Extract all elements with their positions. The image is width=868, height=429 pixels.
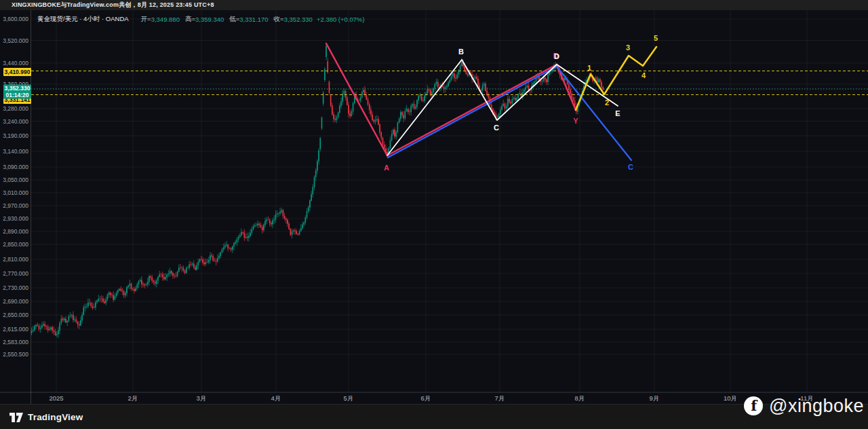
close-label: 收=: [274, 15, 284, 24]
wave-label-3[interactable]: 3: [626, 44, 630, 52]
price-tick: 2,583.000: [0, 339, 28, 346]
price-level-label[interactable]: 3,410.990: [3, 68, 31, 76]
price-tick: 3,140.000: [0, 148, 28, 155]
open-label: 开=: [141, 15, 151, 24]
price-tick: 2,550.500: [0, 351, 28, 358]
price-tick: 2,770.000: [0, 270, 28, 277]
low-label: 低=: [229, 15, 239, 24]
time-tick: 8月: [575, 394, 585, 403]
low-value: 3,331.170: [239, 16, 268, 23]
high-label: 高=: [185, 15, 195, 24]
price-tick: 2,930.000: [0, 215, 28, 222]
price-tick: 3,010.000: [0, 189, 28, 196]
wave-label-c[interactable]: C: [628, 164, 633, 171]
price-tick: 3,050.000: [0, 176, 28, 183]
price-tick: 3,520.000: [0, 37, 28, 44]
price-tick: 2,730.000: [0, 284, 28, 291]
cobranding-bar: XINGXINGBOKE与TradingView.com共创，8月 12, 20…: [0, 0, 868, 10]
tradingview-logo[interactable]: TradingView: [9, 412, 83, 422]
tradingview-logo-text: TradingView: [28, 412, 83, 422]
price-tick: 3,280.000: [0, 105, 28, 112]
wave-label-c[interactable]: C: [494, 124, 499, 132]
bar-countdown: 01:14:20: [3, 92, 31, 98]
facebook-icon: f: [744, 396, 763, 415]
time-tick: 3月: [197, 394, 207, 403]
symbol-legend[interactable]: 黄金现货/美元 · 4小时 · OANDA 开=3,349.880 高=3,35…: [37, 15, 365, 23]
wave-label-2[interactable]: 2: [605, 99, 609, 107]
current-price-label: 3,352.33001:14:20: [3, 85, 31, 99]
watermark-handle: @xingboke: [769, 396, 864, 417]
high-value: 3,359.340: [195, 16, 224, 23]
author-watermark: f @xingboke: [744, 394, 864, 417]
price-tick: 2,970.000: [0, 202, 28, 209]
time-tick: 2025: [49, 394, 63, 402]
wave-label-5[interactable]: 5: [654, 35, 658, 42]
change-value: +2.380 (+0.07%): [317, 16, 365, 23]
price-tick: 3,190.000: [0, 132, 28, 139]
price-tick: 2,810.000: [0, 256, 28, 263]
overlay-pink-zigzag[interactable]: [326, 43, 576, 155]
wave-label-d[interactable]: D: [554, 53, 559, 60]
close-value: 3,352.330: [284, 16, 313, 23]
price-tick: 2,690.000: [0, 298, 28, 305]
price-tick: 2,650.000: [0, 312, 28, 318]
footer-bar: TradingView: [0, 404, 868, 429]
wave-label-e[interactable]: E: [615, 110, 620, 117]
price-axis[interactable]: 3,600.0003,520.0003,440.0003,360.0003,28…: [0, 10, 31, 392]
wave-label-y[interactable]: Y: [573, 117, 578, 125]
price-tick: 2,615.000: [0, 326, 28, 333]
price-tick: 2,890.000: [0, 228, 28, 235]
time-axis[interactable]: 20252月3月4月5月6月7月8月9月10月11月: [0, 392, 868, 404]
wave-label-4[interactable]: 4: [642, 72, 646, 79]
time-tick: 9月: [650, 394, 660, 403]
price-tick: 3,090.000: [0, 164, 28, 170]
time-tick: 10月: [724, 394, 737, 403]
grid: [31, 10, 868, 392]
time-tick: 5月: [344, 394, 354, 403]
cobranding-text: XINGXINGBOKE与TradingView.com共创，8月 12, 20…: [12, 1, 214, 10]
price-tick: 2,850.000: [0, 241, 28, 248]
time-tick: 7月: [495, 394, 505, 403]
tradingview-window: XINGXINGBOKE与TradingView.com共创，8月 12, 20…: [0, 0, 868, 429]
chart-pane[interactable]: [0, 0, 868, 429]
tradingview-logo-icon: [9, 413, 23, 422]
time-tick: 4月: [271, 394, 281, 403]
price-tick: 3,600.000: [0, 16, 28, 22]
open-value: 3,349.880: [151, 16, 180, 23]
wave-label-a[interactable]: A: [384, 164, 389, 172]
time-tick: 2月: [128, 394, 138, 403]
overlay-white-triangle[interactable]: [387, 60, 618, 155]
wave-label-b[interactable]: B: [458, 48, 464, 56]
price-tick: 3,240.000: [0, 118, 28, 125]
time-tick: 6月: [421, 394, 431, 403]
price-tick: 3,440.000: [0, 60, 28, 67]
symbol-title[interactable]: 黄金现货/美元 · 4小时 · OANDA: [37, 15, 129, 24]
wave-label-1[interactable]: 1: [587, 64, 591, 72]
